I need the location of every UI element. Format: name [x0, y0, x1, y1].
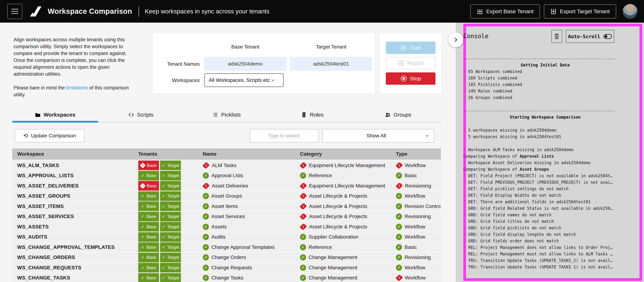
intro-paragraph: Align workspaces across multiple tenants…: [14, 36, 132, 77]
ok-status-icon: ✓: [203, 203, 209, 209]
workspace-table-body[interactable]: WS_ALM_TASKS!Base✓Target!ALM Tasks!Equip…: [12, 161, 441, 282]
refresh-icon: ⟲: [23, 132, 28, 139]
table-row[interactable]: WS_ASSET_DELIVERIES!Base✓Target!Asset De…: [12, 181, 441, 191]
menu-button[interactable]: [7, 4, 22, 19]
console-divider: ----------------------------------------…: [463, 55, 627, 62]
ok-status-icon: ✓: [396, 224, 402, 230]
target-tenant-badge: ✓Target: [160, 161, 181, 170]
tab-scripts[interactable]: Scripts: [98, 107, 184, 123]
check-icon: ✓: [162, 224, 165, 229]
type-cell: !Workflow: [396, 275, 441, 281]
base-tenant-badge: ✓Base: [138, 242, 159, 252]
console-line: + 165 Picklists combined: [463, 81, 627, 88]
update-comparison-button[interactable]: ⟲ Update Comparison: [15, 129, 84, 143]
console-line: ! REL: Project Management must not allow…: [463, 251, 627, 257]
tab-groups[interactable]: Groups: [355, 107, 441, 123]
ok-status-icon: ✓: [300, 244, 306, 250]
warning-marker: !: [463, 180, 466, 185]
check-icon: ✓: [162, 255, 165, 260]
plus-marker: +: [463, 76, 466, 80]
category-cell: ✓Reference: [300, 244, 396, 250]
table-row[interactable]: WS_ASSET_SERVICES✓Base✓Target✓Asset Serv…: [12, 212, 441, 221]
console-line: ! GRD: Grid field display lengths do not…: [463, 231, 627, 238]
autoscroll-toggle-button[interactable]: Auto-Scroll: [566, 30, 614, 43]
table-row[interactable]: WS_ALM_TASKS!Base✓Target!ALM Tasks!Equip…: [12, 161, 441, 170]
workspace-name-cell: ✓Asset Items: [203, 203, 300, 209]
check-icon: ✓: [162, 183, 165, 188]
table-row[interactable]: WS_CHANGE_ORDERS✓Base✓Target✓Change Orde…: [12, 253, 441, 262]
warning-marker: !: [463, 160, 466, 165]
category-cell: ✓Reference: [300, 173, 396, 179]
tenant-panel: Base Tenant Target Tenant Tenant Names a…: [153, 33, 375, 94]
stop-button[interactable]: Stop: [386, 72, 436, 85]
plus-marker: +: [463, 69, 466, 74]
tenant-badges: ✓Base✓Target: [138, 273, 203, 282]
console-line: ! Workspace ALM Tasks missing in adsk250…: [463, 147, 627, 153]
ok-status-icon: ✓: [203, 193, 209, 199]
workspace-id: WS_ASSET_GROUPS: [12, 193, 138, 199]
ok-status-icon: ✓: [396, 193, 402, 199]
table-row[interactable]: WS_CHANGE_APPROVAL_TEMPLATES✓Base✓Target…: [12, 242, 441, 252]
plus-marker: +: [463, 89, 466, 93]
clear-console-button[interactable]: [551, 30, 562, 43]
workspace-name-cell: ✓Audits: [203, 234, 300, 240]
target-tenant-badge: ✓Target: [160, 212, 181, 221]
console-log[interactable]: ----------------------------------------…: [463, 55, 627, 269]
check-icon: ✓: [141, 255, 144, 260]
ok-status-icon: ✓: [203, 265, 209, 271]
tenant-badges: ✓Base✓Target: [138, 171, 203, 181]
base-tenant-value: adsk2504demo: [204, 57, 286, 71]
export-target-tenant-button[interactable]: Export Target Tenant: [544, 4, 616, 19]
tab-workspaces[interactable]: Workspaces: [12, 107, 98, 123]
tab-roles[interactable]: Roles: [270, 107, 355, 123]
warning-marker: !: [463, 186, 466, 191]
column-header-tenants: Tenants: [138, 151, 203, 157]
search-input[interactable]: [250, 129, 319, 143]
collapse-console-button[interactable]: [448, 32, 463, 47]
export-base-tenant-button[interactable]: Export Base Tenant: [470, 4, 540, 19]
ok-status-icon: ✓: [396, 173, 402, 179]
category-cell: !Asset Lifecycle & Projects: [300, 224, 396, 230]
console-line: [463, 101, 627, 107]
table-row[interactable]: WS_ASSETS✓Base✓Target✓Assets!Asset Lifec…: [12, 222, 441, 231]
limitations-link[interactable]: limitations: [66, 85, 88, 90]
workspace-name-cell: ✓Change Orders: [203, 254, 300, 260]
report-button[interactable]: Report: [386, 57, 436, 69]
table-row[interactable]: WS_CHANGE_TASKS✓Base✓Target✓Change Tasks…: [12, 273, 441, 282]
tab-picklists[interactable]: Picklists: [184, 107, 270, 123]
workspace-name-cell: !ALM Tasks: [203, 163, 300, 168]
filter-dropdown[interactable]: Show All: [322, 129, 434, 143]
target-tenant-badge: ✓Target: [160, 171, 181, 181]
check-icon: ✓: [141, 214, 144, 219]
ok-status-icon: ✓: [300, 173, 306, 179]
target-tenant-header: Target Tenant: [290, 44, 372, 50]
table-row[interactable]: WS_ASSET_ITEMS✓Base✓Target✓Asset Items!A…: [12, 201, 441, 211]
table-row[interactable]: WS_APPROVAL_LISTS✓Base✓Target✓Approval L…: [12, 171, 441, 181]
user-avatar[interactable]: [623, 4, 638, 19]
workspaces-dropdown[interactable]: All Workspaces, Scripts etc: [204, 73, 284, 87]
ok-status-icon: ✓: [396, 213, 402, 220]
check-icon: ✓: [141, 173, 144, 178]
base-tenant-badge: ✓Base: [138, 191, 159, 201]
tenant-badges: ✓Base✓Target: [138, 191, 203, 201]
table-row[interactable]: WS_ASSET_GROUPS✓Base✓Target✓Asset Groups…: [12, 191, 441, 201]
base-tenant-badge: ✓Base: [138, 273, 159, 282]
column-header-workspace: Workspace: [12, 151, 138, 157]
type-cell: ✓Workflow: [396, 265, 441, 271]
console-line: ! GRD: Grid field Related Status is not …: [463, 205, 627, 212]
base-tenant-badge: ✓Base: [138, 253, 159, 262]
table-row[interactable]: WS_AUDITS✓Base✓Target✓Audits✓Supplier Co…: [12, 232, 441, 242]
error-status-icon: !: [300, 193, 307, 199]
play-icon: [400, 45, 407, 51]
tenant-badges: ✓Base✓Target: [138, 201, 203, 211]
ok-status-icon: ✓: [203, 254, 209, 260]
table-row[interactable]: WS_CHANGE_REQUESTS✓Base✓Target✓Change Re…: [12, 263, 441, 272]
check-icon: ✓: [162, 234, 165, 239]
intro-paragraph: Please bare in mind the limitations of t…: [14, 84, 132, 98]
ok-status-icon: ✓: [300, 275, 306, 281]
error-status-icon: !: [300, 163, 307, 168]
check-icon: ✓: [162, 163, 165, 168]
console-line: ! DET: Field Project (PROJECT) is not av…: [463, 173, 627, 179]
base-tenant-badge: ✓Base: [138, 222, 159, 231]
start-button[interactable]: Start: [386, 42, 436, 54]
